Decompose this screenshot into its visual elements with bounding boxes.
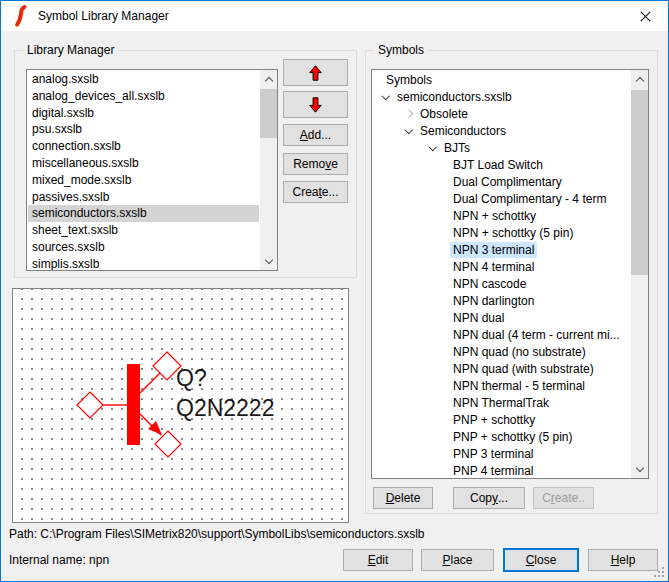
scroll-up-button[interactable]: [260, 70, 277, 87]
tree-row: NPN dual: [373, 309, 630, 326]
tree-row: Obsolete: [373, 105, 630, 122]
create-symbol-button: Create..: [533, 487, 594, 509]
tree-item[interactable]: Symbols: [383, 72, 435, 88]
chevron-up-icon: [264, 76, 272, 84]
tree-item[interactable]: NPN ThermalTrak: [450, 395, 552, 411]
library-list-item[interactable]: mixed_mode.sxslb: [28, 172, 259, 189]
red-arrow-up-icon: [309, 65, 322, 81]
scroll-thumb[interactable]: [260, 89, 277, 138]
tree-row: BJTs: [373, 139, 630, 156]
tree-row: PNP + schottky: [373, 411, 630, 428]
tree-row: Semiconductors: [373, 122, 630, 139]
window-title: Symbol Library Manager: [38, 9, 169, 23]
tree-item[interactable]: NPN quad (with substrate): [450, 361, 597, 377]
resize-grip[interactable]: [654, 567, 665, 578]
tree-item[interactable]: NPN darlington: [450, 293, 537, 309]
tree-row: NPN + schottky (5 pin): [373, 224, 630, 241]
tree-row: Symbols: [373, 71, 630, 88]
npn-base-bar: [127, 364, 140, 445]
preview-designator-label: Q?: [176, 365, 207, 391]
tree-item[interactable]: Dual Complimentary: [450, 174, 565, 190]
tree-row: semiconductors.sxslb: [373, 88, 630, 105]
symbol-library-manager-window: Symbol Library Manager Library Manager a…: [0, 0, 669, 582]
tree-row: NPN dual (4 term - current mi...: [373, 326, 630, 343]
symbols-tree[interactable]: Symbolssemiconductors.sxslbObsoleteSemic…: [371, 69, 649, 479]
tree-row: NPN quad (no substrate): [373, 343, 630, 360]
tree-item[interactable]: NPN + schottky: [450, 208, 539, 224]
emitter-pin-diamond: [155, 431, 181, 457]
tree-item[interactable]: Dual Complimentary - 4 term: [450, 191, 609, 207]
library-list-scrollbar[interactable]: [260, 70, 277, 270]
tree-item[interactable]: NPN 4 terminal: [450, 259, 537, 275]
tree-row: PNP 3 terminal: [373, 445, 630, 462]
place-button[interactable]: Place: [421, 549, 494, 571]
tree-item[interactable]: Semiconductors: [417, 123, 509, 139]
library-path-label: Path: C:\Program Files\SIMetrix820\suppo…: [9, 527, 425, 541]
tree-row: PNP 4 terminal: [373, 462, 630, 479]
remove-button[interactable]: Remove: [283, 153, 348, 175]
tree-item[interactable]: NPN thermal - 5 terminal: [450, 378, 588, 394]
symbols-group-label: Symbols: [374, 43, 428, 57]
close-button[interactable]: Close: [503, 548, 579, 572]
add-button[interactable]: Add...: [283, 124, 348, 146]
library-list-item[interactable]: passives.sxslb: [28, 189, 259, 206]
tree-item[interactable]: Obsolete: [417, 106, 471, 122]
symbols-tree-rows: Symbolssemiconductors.sxslbObsoleteSemic…: [373, 71, 630, 479]
tree-row: NPN quad (with substrate): [373, 360, 630, 377]
copy-button[interactable]: Copy...: [453, 487, 525, 509]
delete-button[interactable]: Delete: [373, 487, 433, 509]
scroll-down-button[interactable]: [631, 461, 648, 478]
scroll-thumb[interactable]: [631, 90, 648, 275]
create-library-button[interactable]: Create...: [283, 181, 348, 203]
library-list-item[interactable]: psu.sxslb: [28, 121, 259, 138]
npn-emitter-arrow: [148, 421, 162, 435]
tree-item[interactable]: BJT Load Switch: [450, 157, 546, 173]
library-list-item[interactable]: connection.sxslb: [28, 138, 259, 155]
tree-row: NPN thermal - 5 terminal: [373, 377, 630, 394]
symbol-preview: Q? Q2N2222: [12, 288, 349, 523]
scroll-down-button[interactable]: [260, 253, 277, 270]
help-button[interactable]: Help: [588, 549, 658, 571]
tree-item[interactable]: PNP + schottky: [450, 412, 538, 428]
close-icon: [640, 11, 651, 22]
tree-item[interactable]: NPN 3 terminal: [450, 242, 537, 258]
tree-row: NPN 3 terminal: [373, 241, 630, 258]
tree-item[interactable]: NPN cascode: [450, 276, 529, 292]
chevron-up-icon: [635, 76, 643, 84]
library-list-item[interactable]: semiconductors.sxslb: [28, 205, 259, 222]
move-up-button[interactable]: [283, 59, 348, 86]
move-down-button[interactable]: [283, 91, 348, 118]
tree-item[interactable]: PNP + schottky (5 pin): [450, 429, 576, 445]
library-list[interactable]: analog.sxslbanalog_devices_all.sxslbdigi…: [26, 69, 278, 271]
library-list-item[interactable]: digital.sxslb: [28, 105, 259, 122]
tree-item[interactable]: BJTs: [441, 140, 473, 156]
titlebar: Symbol Library Manager: [1, 1, 668, 31]
library-list-item[interactable]: miscellaneous.sxslb: [28, 155, 259, 172]
chevron-down-icon: [264, 255, 272, 263]
tree-item[interactable]: NPN dual (4 term - current mi...: [450, 327, 623, 343]
tree-row: PNP + schottky (5 pin): [373, 428, 630, 445]
internal-name-label: Internal name: npn: [9, 553, 109, 567]
tree-row: Dual Complimentary: [373, 173, 630, 190]
tree-item[interactable]: NPN dual: [450, 310, 507, 326]
scroll-up-button[interactable]: [631, 70, 648, 87]
preview-model-label: Q2N2222: [176, 395, 274, 421]
tree-item[interactable]: PNP 4 terminal: [450, 463, 536, 479]
tree-item[interactable]: NPN quad (no substrate): [450, 344, 589, 360]
tree-row: NPN darlington: [373, 292, 630, 309]
symbols-tree-scrollbar[interactable]: [631, 70, 648, 478]
tree-item[interactable]: PNP 3 terminal: [450, 446, 536, 462]
tree-item[interactable]: semiconductors.sxslb: [394, 89, 515, 105]
library-list-item[interactable]: analog.sxslb: [28, 71, 259, 88]
library-list-item[interactable]: sources.sxslb: [28, 239, 259, 256]
edit-button[interactable]: Edit: [343, 549, 413, 571]
library-list-item[interactable]: analog_devices_all.sxslb: [28, 88, 259, 105]
tree-item[interactable]: NPN + schottky (5 pin): [450, 225, 576, 241]
tree-row: NPN cascode: [373, 275, 630, 292]
library-list-item[interactable]: simplis.sxslb: [28, 256, 259, 271]
library-list-item[interactable]: sheet_text.sxslb: [28, 222, 259, 239]
close-window-button[interactable]: [623, 1, 668, 31]
red-arrow-down-icon: [309, 97, 322, 113]
base-pin-diamond: [77, 392, 103, 418]
app-logo-icon: [11, 5, 29, 27]
